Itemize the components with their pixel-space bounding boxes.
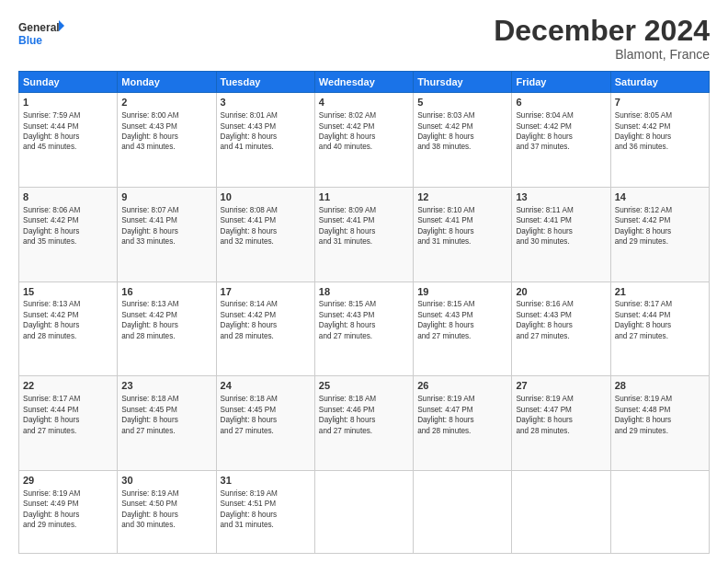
day-info: Sunrise: 8:19 AMSunset: 4:47 PMDaylight:… — [417, 394, 507, 436]
day-number: 3 — [221, 96, 311, 109]
day-info: Sunrise: 8:19 AMSunset: 4:48 PMDaylight:… — [615, 394, 705, 436]
day-info: Sunrise: 8:19 AMSunset: 4:47 PMDaylight:… — [516, 394, 606, 436]
day-info: Sunrise: 8:19 AMSunset: 4:50 PMDaylight:… — [121, 488, 211, 531]
svg-marker-2 — [59, 20, 64, 31]
day-info: Sunrise: 8:18 AMSunset: 4:45 PMDaylight:… — [121, 394, 211, 436]
day-number: 6 — [516, 96, 606, 109]
header: General Blue December 2024 Blamont, Fran… — [18, 15, 710, 62]
calendar-week-5: 29Sunrise: 8:19 AMSunset: 4:49 PMDayligh… — [19, 471, 710, 554]
day-number: 19 — [417, 285, 507, 299]
day-number: 2 — [121, 96, 211, 109]
calendar-cell: 26Sunrise: 8:19 AMSunset: 4:47 PMDayligh… — [414, 376, 512, 471]
day-info: Sunrise: 8:08 AMSunset: 4:41 PMDaylight:… — [221, 205, 311, 247]
month-title: December 2024 — [494, 15, 710, 47]
day-number: 22 — [23, 379, 113, 393]
calendar-cell: 31Sunrise: 8:19 AMSunset: 4:51 PMDayligh… — [216, 471, 314, 554]
calendar-cell: 21Sunrise: 8:17 AMSunset: 4:44 PMDayligh… — [610, 282, 709, 376]
calendar-week-1: 1Sunrise: 7:59 AMSunset: 4:44 PMDaylight… — [19, 93, 710, 188]
location: Blamont, France — [494, 47, 710, 62]
calendar-cell: 2Sunrise: 8:00 AMSunset: 4:43 PMDaylight… — [118, 93, 216, 188]
calendar-cell — [314, 471, 413, 554]
day-number: 14 — [615, 190, 705, 204]
day-number: 18 — [319, 285, 409, 299]
calendar-week-3: 15Sunrise: 8:13 AMSunset: 4:42 PMDayligh… — [19, 282, 710, 376]
day-number: 16 — [121, 285, 211, 299]
calendar-cell: 5Sunrise: 8:03 AMSunset: 4:42 PMDaylight… — [414, 93, 512, 188]
day-info: Sunrise: 8:17 AMSunset: 4:44 PMDaylight:… — [615, 299, 705, 341]
day-number: 12 — [417, 190, 507, 204]
calendar-cell: 25Sunrise: 8:18 AMSunset: 4:46 PMDayligh… — [314, 376, 413, 471]
day-info: Sunrise: 8:17 AMSunset: 4:44 PMDaylight:… — [23, 394, 113, 436]
calendar-cell: 27Sunrise: 8:19 AMSunset: 4:47 PMDayligh… — [512, 376, 610, 471]
day-info: Sunrise: 8:07 AMSunset: 4:41 PMDaylight:… — [121, 205, 211, 247]
calendar-week-2: 8Sunrise: 8:06 AMSunset: 4:42 PMDaylight… — [19, 187, 710, 282]
calendar-cell: 30Sunrise: 8:19 AMSunset: 4:50 PMDayligh… — [118, 471, 216, 554]
day-number: 5 — [417, 96, 507, 109]
calendar-header-row: Sunday Monday Tuesday Wednesday Thursday… — [19, 72, 710, 93]
day-number: 4 — [319, 96, 409, 109]
calendar-cell: 15Sunrise: 8:13 AMSunset: 4:42 PMDayligh… — [19, 282, 118, 376]
day-info: Sunrise: 8:15 AMSunset: 4:43 PMDaylight:… — [319, 299, 409, 341]
day-number: 25 — [319, 379, 409, 393]
svg-text:Blue: Blue — [18, 34, 42, 47]
calendar-cell: 10Sunrise: 8:08 AMSunset: 4:41 PMDayligh… — [216, 187, 314, 282]
day-info: Sunrise: 8:06 AMSunset: 4:42 PMDaylight:… — [23, 205, 113, 247]
day-number: 1 — [23, 96, 113, 109]
day-number: 17 — [221, 285, 311, 299]
day-number: 20 — [516, 285, 606, 299]
day-info: Sunrise: 7:59 AMSunset: 4:44 PMDaylight:… — [23, 110, 113, 153]
day-info: Sunrise: 8:04 AMSunset: 4:42 PMDaylight:… — [516, 110, 606, 153]
day-number: 8 — [23, 190, 113, 204]
calendar-cell: 4Sunrise: 8:02 AMSunset: 4:42 PMDaylight… — [314, 93, 413, 188]
calendar-cell: 24Sunrise: 8:18 AMSunset: 4:45 PMDayligh… — [216, 376, 314, 471]
logo-svg: General Blue — [18, 15, 64, 53]
col-friday: Friday — [512, 72, 610, 93]
calendar-cell: 16Sunrise: 8:13 AMSunset: 4:42 PMDayligh… — [118, 282, 216, 376]
day-info: Sunrise: 8:09 AMSunset: 4:41 PMDaylight:… — [319, 205, 409, 247]
calendar-cell: 19Sunrise: 8:15 AMSunset: 4:43 PMDayligh… — [414, 282, 512, 376]
calendar-cell — [512, 471, 610, 554]
calendar-cell: 8Sunrise: 8:06 AMSunset: 4:42 PMDaylight… — [19, 187, 118, 282]
calendar-cell: 18Sunrise: 8:15 AMSunset: 4:43 PMDayligh… — [314, 282, 413, 376]
day-number: 29 — [23, 474, 113, 488]
day-number: 9 — [121, 190, 211, 204]
calendar-cell: 23Sunrise: 8:18 AMSunset: 4:45 PMDayligh… — [118, 376, 216, 471]
day-info: Sunrise: 8:05 AMSunset: 4:42 PMDaylight:… — [615, 110, 705, 153]
calendar-cell: 1Sunrise: 7:59 AMSunset: 4:44 PMDaylight… — [19, 93, 118, 188]
logo: General Blue — [18, 15, 64, 53]
day-number: 28 — [615, 379, 705, 393]
day-number: 31 — [221, 474, 311, 488]
calendar-cell: 7Sunrise: 8:05 AMSunset: 4:42 PMDaylight… — [610, 93, 709, 188]
day-info: Sunrise: 8:13 AMSunset: 4:42 PMDaylight:… — [121, 299, 211, 341]
day-info: Sunrise: 8:14 AMSunset: 4:42 PMDaylight:… — [221, 299, 311, 341]
calendar-cell: 17Sunrise: 8:14 AMSunset: 4:42 PMDayligh… — [216, 282, 314, 376]
col-thursday: Thursday — [414, 72, 512, 93]
calendar-table: Sunday Monday Tuesday Wednesday Thursday… — [18, 71, 710, 554]
day-info: Sunrise: 8:16 AMSunset: 4:43 PMDaylight:… — [516, 299, 606, 341]
day-number: 15 — [23, 285, 113, 299]
calendar-cell: 13Sunrise: 8:11 AMSunset: 4:41 PMDayligh… — [512, 187, 610, 282]
calendar-cell: 6Sunrise: 8:04 AMSunset: 4:42 PMDaylight… — [512, 93, 610, 188]
day-number: 27 — [516, 379, 606, 393]
calendar-cell: 14Sunrise: 8:12 AMSunset: 4:42 PMDayligh… — [610, 187, 709, 282]
col-monday: Monday — [118, 72, 216, 93]
day-info: Sunrise: 8:00 AMSunset: 4:43 PMDaylight:… — [121, 110, 211, 153]
col-wednesday: Wednesday — [314, 72, 413, 93]
day-info: Sunrise: 8:18 AMSunset: 4:46 PMDaylight:… — [319, 394, 409, 436]
day-number: 30 — [121, 474, 211, 488]
day-number: 26 — [417, 379, 507, 393]
page: General Blue December 2024 Blamont, Fran… — [0, 0, 728, 563]
day-number: 7 — [615, 96, 705, 109]
calendar-cell: 28Sunrise: 8:19 AMSunset: 4:48 PMDayligh… — [610, 376, 709, 471]
calendar-cell — [610, 471, 709, 554]
day-info: Sunrise: 8:02 AMSunset: 4:42 PMDaylight:… — [319, 110, 409, 153]
day-info: Sunrise: 8:11 AMSunset: 4:41 PMDaylight:… — [516, 205, 606, 247]
day-number: 21 — [615, 285, 705, 299]
day-info: Sunrise: 8:18 AMSunset: 4:45 PMDaylight:… — [221, 394, 311, 436]
svg-text:General: General — [18, 21, 60, 34]
col-tuesday: Tuesday — [216, 72, 314, 93]
day-number: 11 — [319, 190, 409, 204]
day-info: Sunrise: 8:01 AMSunset: 4:43 PMDaylight:… — [221, 110, 311, 153]
col-sunday: Sunday — [19, 72, 118, 93]
calendar-cell: 22Sunrise: 8:17 AMSunset: 4:44 PMDayligh… — [19, 376, 118, 471]
